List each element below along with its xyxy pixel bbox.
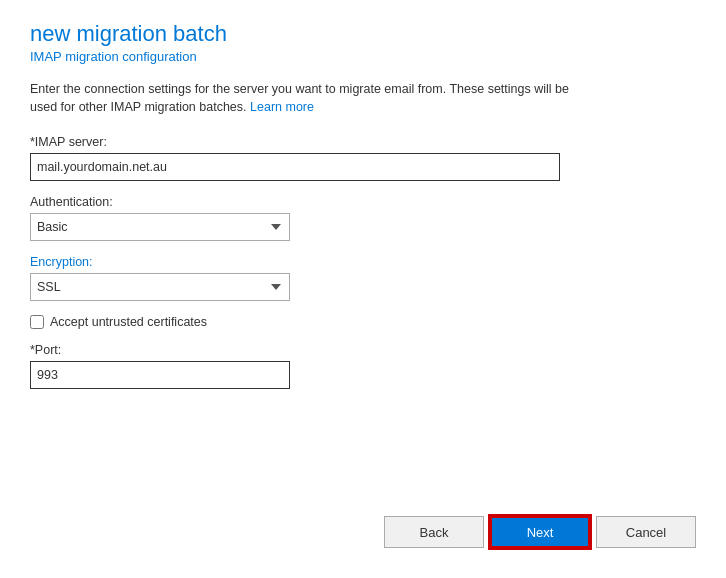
back-button[interactable]: Back [384, 516, 484, 548]
description: Enter the connection settings for the se… [30, 80, 696, 118]
accept-untrusted-label: Accept untrusted certificates [50, 315, 207, 329]
cancel-button[interactable]: Cancel [596, 516, 696, 548]
button-bar: Back Next Cancel [30, 506, 696, 558]
form-section: *IMAP server: Authentication: Basic NTLM… [30, 135, 696, 506]
authentication-select-wrapper: Basic NTLM Kerberos [30, 213, 290, 241]
main-title: new migration batch [30, 20, 696, 49]
encryption-select-wrapper: SSL TLS None [30, 273, 290, 301]
description-text-1: Enter the connection settings for the se… [30, 82, 569, 96]
learn-more-link[interactable]: Learn more [250, 100, 314, 114]
encryption-select[interactable]: SSL TLS None [30, 273, 290, 301]
encryption-group: Encryption: SSL TLS None [30, 255, 696, 301]
imap-server-input[interactable] [30, 153, 560, 181]
accept-untrusted-checkbox[interactable] [30, 315, 44, 329]
next-button[interactable]: Next [490, 516, 590, 548]
authentication-select[interactable]: Basic NTLM Kerberos [30, 213, 290, 241]
accept-untrusted-row: Accept untrusted certificates [30, 315, 696, 329]
port-label: *Port: [30, 343, 696, 357]
dialog-container: new migration batch IMAP migration confi… [0, 0, 726, 578]
description-text-2: used for other IMAP migration batches. [30, 100, 247, 114]
sub-title: IMAP migration configuration [30, 49, 696, 64]
imap-server-label: *IMAP server: [30, 135, 696, 149]
title-section: new migration batch IMAP migration confi… [30, 20, 696, 64]
port-input[interactable] [30, 361, 290, 389]
authentication-group: Authentication: Basic NTLM Kerberos [30, 195, 696, 241]
encryption-label: Encryption: [30, 255, 696, 269]
authentication-label: Authentication: [30, 195, 696, 209]
imap-server-group: *IMAP server: [30, 135, 696, 181]
port-group: *Port: [30, 343, 696, 389]
